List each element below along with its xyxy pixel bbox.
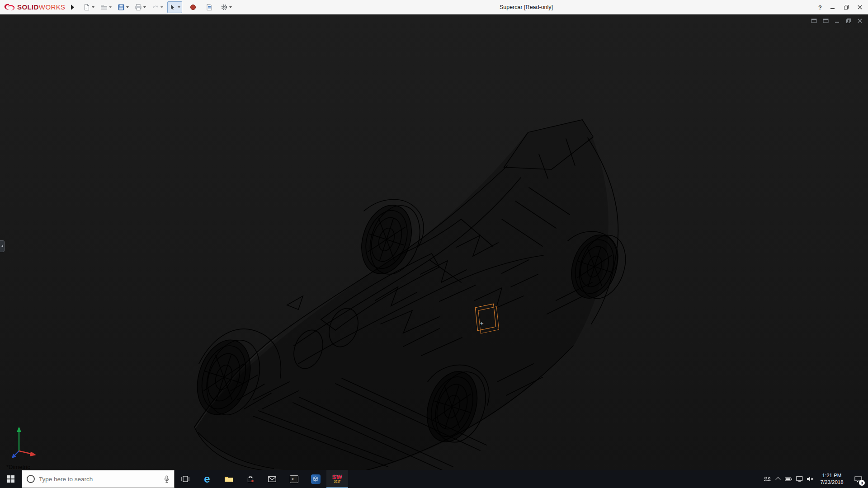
battery-icon [785, 477, 793, 481]
microphone-icon[interactable] [164, 475, 170, 483]
chevron-left-icon [1, 245, 3, 248]
network-display-icon [796, 476, 803, 482]
windows-taskbar: e >_ SW 2017 1: [0, 470, 868, 488]
clock-date: 7/23/2018 [820, 479, 843, 486]
taskbar-clock[interactable]: 1:21 PM 7/23/2018 [816, 472, 848, 486]
people-icon [763, 476, 771, 482]
orientation-triad-icon [10, 425, 39, 459]
chevron-up-icon [775, 477, 780, 482]
edge-browser-button[interactable]: e [196, 470, 218, 488]
battery-button[interactable] [783, 470, 794, 488]
view-orientation-label: *Dimetric [6, 464, 30, 470]
volume-muted-icon [807, 476, 814, 482]
print-button[interactable] [133, 1, 148, 13]
store-bag-icon [247, 475, 254, 483]
mail-envelope-icon [268, 476, 276, 482]
system-tray: 1:21 PM 7/23/2018 3 [761, 470, 868, 488]
window-title: Supercar [Read-only] [500, 0, 553, 14]
new-document-button[interactable] [81, 1, 96, 13]
undo-button[interactable] [150, 1, 165, 13]
command-prompt-icon: >_ [290, 475, 298, 483]
open-folder-icon [100, 4, 108, 11]
save-caret-icon[interactable] [126, 6, 129, 8]
open-caret-icon[interactable] [109, 6, 112, 8]
doc-close-button[interactable] [857, 18, 863, 23]
save-button[interactable] [116, 1, 131, 13]
selection-box: + [475, 305, 496, 330]
solidworks-2017-icon: SW 2017 [332, 474, 342, 483]
taskbar-search[interactable] [22, 470, 175, 488]
edge-icon: e [204, 473, 210, 485]
windows-logo-icon [7, 475, 14, 483]
window-controls: ? [813, 0, 868, 14]
new-document-caret-icon[interactable] [92, 6, 94, 8]
mail-button[interactable] [261, 470, 283, 488]
undo-caret-icon[interactable] [160, 6, 163, 8]
wireframe-car-model [185, 111, 637, 470]
cursor-crosshair: + [480, 320, 484, 327]
taskpane-collapse-tab[interactable] [0, 240, 5, 252]
file-properties-icon [206, 4, 213, 11]
options-gear-icon [221, 4, 228, 11]
clock-time: 1:21 PM [822, 472, 842, 479]
brand-text: SOLIDWORKS [17, 3, 66, 11]
restore-button[interactable] [844, 5, 849, 10]
select-button[interactable] [167, 1, 182, 13]
select-cursor-icon [169, 4, 176, 11]
document-window-controls [811, 18, 863, 23]
options-button[interactable] [219, 1, 234, 13]
hidden-icons-button[interactable] [773, 470, 783, 488]
record-macro-icon [190, 4, 196, 10]
volume-button[interactable] [805, 470, 816, 488]
minimize-button[interactable] [830, 5, 835, 10]
search-input[interactable] [39, 476, 160, 483]
file-explorer-button[interactable] [218, 470, 240, 488]
new-document-icon [83, 4, 90, 11]
cube-app-button[interactable] [305, 470, 326, 488]
file-properties-button[interactable] [204, 1, 215, 13]
save-floppy-icon [118, 4, 125, 11]
doc-minimize-button[interactable] [835, 18, 840, 23]
store-button[interactable] [240, 470, 261, 488]
help-button[interactable]: ? [818, 4, 822, 11]
cortana-icon [27, 475, 35, 483]
doc-restore-button[interactable] [846, 18, 851, 23]
open-button[interactable] [99, 1, 113, 13]
solidworks-2017-button[interactable]: SW 2017 [326, 470, 348, 488]
select-caret-icon[interactable] [178, 6, 180, 8]
doc-window-icon[interactable] [811, 18, 817, 23]
people-button[interactable] [761, 470, 773, 488]
undo-icon [152, 4, 159, 11]
options-caret-icon[interactable] [229, 6, 232, 8]
close-button[interactable] [857, 5, 863, 10]
print-caret-icon[interactable] [143, 6, 146, 8]
network-button[interactable] [794, 470, 805, 488]
record-macro-button[interactable] [188, 1, 198, 13]
command-prompt-button[interactable]: >_ [283, 470, 305, 488]
quick-toolbar [81, 1, 234, 13]
print-icon [135, 4, 142, 11]
menu-flyout-arrow-icon[interactable] [71, 5, 74, 10]
file-explorer-icon [224, 475, 233, 483]
task-view-icon [181, 476, 189, 482]
start-button[interactable] [0, 470, 22, 488]
task-view-button[interactable] [175, 470, 196, 488]
doc-window-icon[interactable] [823, 18, 829, 23]
graphics-viewport[interactable]: + *Dimetric [0, 14, 868, 470]
solidworks-logo: SOLIDWORKS [0, 3, 66, 11]
ds-logo-icon [4, 3, 15, 11]
action-center-button[interactable]: 3 [848, 470, 868, 488]
menu-bar: SOLIDWORKS [0, 0, 868, 14]
notification-badge: 3 [859, 480, 865, 486]
cube-app-icon [311, 474, 321, 484]
